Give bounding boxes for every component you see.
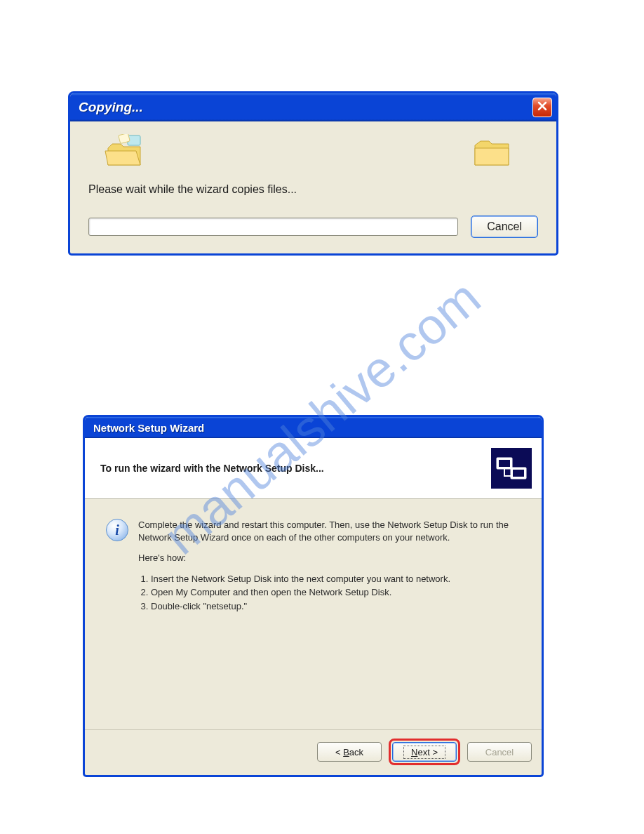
cancel-button[interactable]: Cancel <box>471 216 538 238</box>
steps-list: Insert the Network Setup Disk into the n… <box>151 573 518 613</box>
wizard-titlebar[interactable]: Network Setup Wizard <box>85 417 542 438</box>
progress-bar <box>88 218 458 236</box>
progress-row: Cancel <box>84 216 542 238</box>
wizard-content: i Complete the wizard and restart this c… <box>85 499 542 729</box>
copying-message: Please wait while the wizard copies file… <box>88 183 542 196</box>
next-button[interactable]: Next > <box>392 742 457 762</box>
svg-rect-6 <box>513 470 524 477</box>
next-highlight-box: Next > <box>389 739 460 765</box>
close-icon <box>537 100 548 114</box>
folder-closed-icon <box>469 134 514 171</box>
step-item: Insert the Network Setup Disk into the n… <box>151 573 518 585</box>
close-button[interactable] <box>532 98 552 117</box>
copying-body: Please wait while the wizard copies file… <box>70 121 556 253</box>
wizard-title: Network Setup Wizard <box>93 422 204 434</box>
wizard-header: To run the wizard with the Network Setup… <box>85 438 542 499</box>
folder-animation-row <box>84 134 542 171</box>
wizard-instructions: Complete the wizard and restart this com… <box>138 519 521 614</box>
network-icon <box>491 448 532 489</box>
back-button[interactable]: < Back <box>317 742 382 762</box>
svg-rect-4 <box>499 460 510 467</box>
wizard-dialog: Network Setup Wizard To run the wizard w… <box>83 415 544 777</box>
folder-open-icon <box>104 134 149 171</box>
step-item: Open My Computer and then open the Netwo… <box>151 586 518 599</box>
step-item: Double-click "netsetup." <box>151 600 518 613</box>
cancel-button: Cancel <box>467 742 532 762</box>
info-paragraph: Complete the wizard and restart this com… <box>138 519 521 543</box>
copying-titlebar[interactable]: Copying... <box>70 93 556 121</box>
wizard-footer: < Back Next > Cancel <box>85 729 542 775</box>
wizard-header-text: To run the wizard with the Network Setup… <box>100 463 324 474</box>
copying-title: Copying... <box>79 100 143 115</box>
heres-how-label: Here's how: <box>138 552 521 564</box>
copying-dialog: Copying... Please <box>68 91 558 256</box>
info-icon: i <box>106 519 128 541</box>
